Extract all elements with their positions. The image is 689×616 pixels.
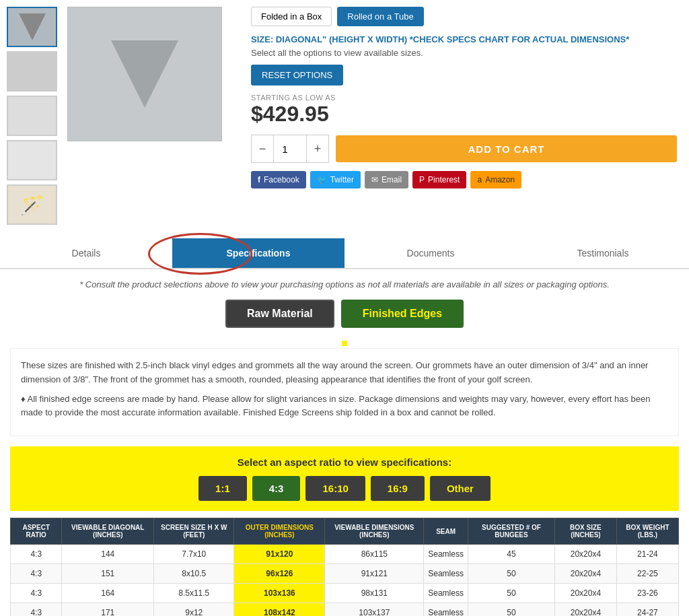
table-cell: 20x20x4 (555, 545, 617, 564)
email-label: Email (382, 175, 402, 184)
thumbnail-5[interactable]: 🪄 (7, 184, 57, 225)
table-cell: Seamless (424, 584, 468, 603)
table-cell: 86x115 (325, 545, 424, 564)
table-row: 4:31518x10.596x12691x121Seamless5020x20x… (11, 564, 679, 584)
add-to-cart-button[interactable]: ADD TO CART (336, 135, 677, 162)
quantity-input[interactable] (273, 135, 307, 162)
product-price: $429.95 (251, 102, 677, 127)
amazon-share-button[interactable]: a Amazon (470, 171, 521, 189)
thumbnail-2[interactable] (7, 51, 57, 92)
table-row: 4:31447.7x1091x12086x115Seamless4520x20x… (11, 545, 679, 564)
col-header-outer-dimensions: OUTER DIMENSIONS (INCHES) (234, 518, 325, 545)
table-cell: 8x10.5 (154, 564, 234, 584)
facebook-share-button[interactable]: f Facebook (251, 171, 306, 189)
table-cell: 103x136 (234, 584, 325, 603)
table-cell: Seamless (424, 545, 468, 564)
specs-table: ASPECT RATIO VIEWABLE DIAGONAL (INCHES) … (10, 518, 679, 616)
table-cell: 9x12 (154, 603, 234, 616)
tab-details[interactable]: Details (0, 238, 172, 268)
col-header-seam: SEAM (424, 518, 468, 545)
quantity-plus-button[interactable]: + (307, 135, 328, 162)
aspect-ratio-title: Select an aspect ratio to view specifica… (20, 456, 669, 468)
ar-button-16-10[interactable]: 16:10 (305, 476, 365, 501)
twitter-share-button[interactable]: 🐦 Twitter (310, 171, 361, 189)
table-cell: 23-26 (616, 584, 678, 603)
svg-marker-0 (19, 13, 46, 40)
table-row: 4:31648.5x11.5103x13698x131Seamless5020x… (11, 584, 679, 603)
aspect-ratio-buttons: 1:1 4:3 16:10 16:9 Other (20, 476, 669, 501)
table-cell: 4:3 (11, 584, 62, 603)
table-cell: 22-25 (616, 564, 678, 584)
col-header-bungees: SUGGESTED # OF BUNGEES (468, 518, 554, 545)
size-title: SIZE: DIAGONAL" (HEIGHT X WIDTH) *CHECK … (251, 34, 677, 44)
thumbnail-4[interactable] (7, 140, 57, 180)
col-header-box-size: BOX SIZE (INCHES) (555, 518, 617, 545)
table-cell: Seamless (424, 564, 468, 584)
notice-text: * Consult the product selections above t… (79, 279, 610, 289)
content-area: * Consult the product selections above t… (0, 269, 689, 616)
thumbnail-3[interactable] (7, 96, 57, 136)
svg-marker-1 (111, 40, 178, 108)
starting-label: STARTING AS LOW AS (251, 94, 677, 102)
table-cell: 151 (62, 564, 154, 584)
thumbnails-column: 🪄 (7, 7, 57, 225)
table-cell: 7.7x10 (154, 545, 234, 564)
product-top-section: 🪄 Folded in a Box Rolled on a Tube SIZE:… (0, 0, 689, 232)
tabs-container-wrapper: Details Specifications Documents Testimo… (0, 238, 689, 269)
table-cell: 91x120 (234, 545, 325, 564)
social-sharing-row: f Facebook 🐦 Twitter ✉ Email P Pinterest… (251, 171, 677, 189)
tab-specifications[interactable]: Specifications (172, 238, 344, 268)
rolled-on-tube-button[interactable]: Rolled on a Tube (337, 7, 423, 26)
pinterest-share-button[interactable]: P Pinterest (412, 171, 466, 189)
facebook-icon: f (258, 175, 260, 184)
aspect-ratio-box: Select an aspect ratio to view specifica… (10, 446, 679, 511)
amazon-label: Amazon (485, 175, 515, 184)
table-cell: 171 (62, 603, 154, 616)
col-header-screen-size: SCREEN SIZE H X W (FEET) (154, 518, 234, 545)
reset-options-button[interactable]: RESET OPTIONS (251, 65, 343, 85)
table-cell: 164 (62, 584, 154, 603)
amazon-icon: a (477, 175, 482, 184)
table-cell: 96x126 (234, 564, 325, 584)
material-buttons-row: Raw Material Finished Edges (10, 300, 679, 328)
table-cell: 20x20x4 (555, 564, 617, 584)
table-row: 4:31719x12108x142103x137Seamless5020x20x… (11, 603, 679, 616)
folded-in-box-button[interactable]: Folded in a Box (251, 7, 332, 26)
table-cell: 4:3 (11, 545, 62, 564)
finished-edges-label: Finished Edges (363, 308, 442, 319)
email-share-button[interactable]: ✉ Email (365, 171, 408, 189)
specs-table-wrapper: ASPECT RATIO VIEWABLE DIAGONAL (INCHES) … (10, 518, 679, 616)
twitter-label: Twitter (330, 175, 354, 184)
table-cell: 103x137 (325, 603, 424, 616)
col-header-aspect-ratio: ASPECT RATIO (11, 518, 62, 545)
table-cell: 21-24 (616, 545, 678, 564)
facebook-label: Facebook (264, 175, 299, 184)
table-cell: Seamless (424, 603, 468, 616)
tab-documents[interactable]: Documents (344, 238, 517, 268)
table-cell: 20x20x4 (555, 584, 617, 603)
description-line1: These sizes are finished with 2.5-inch b… (21, 359, 668, 387)
table-cell: 50 (468, 564, 554, 584)
col-header-viewable-diagonal: VIEWABLE DIAGONAL (INCHES) (62, 518, 154, 545)
ar-button-1-1[interactable]: 1:1 (198, 476, 247, 501)
qty-cart-row: − + ADD TO CART (251, 135, 677, 163)
ar-button-4-3[interactable]: 4:3 (252, 476, 301, 501)
packaging-options: Folded in a Box Rolled on a Tube (251, 7, 677, 26)
table-cell: 4:3 (11, 564, 62, 584)
table-cell: 108x142 (234, 603, 325, 616)
tab-testimonials[interactable]: Testimonials (517, 238, 689, 268)
finished-edges-button[interactable]: Finished Edges (341, 300, 464, 328)
quantity-minus-button[interactable]: − (252, 135, 273, 162)
table-cell: 45 (468, 545, 554, 564)
table-cell: 24-27 (616, 603, 678, 616)
table-cell: 50 (468, 603, 554, 616)
ar-button-other[interactable]: Other (430, 476, 491, 501)
table-cell: 98x131 (325, 584, 424, 603)
tabs-section: Details Specifications Documents Testimo… (0, 238, 689, 269)
raw-material-button[interactable]: Raw Material (225, 300, 334, 328)
thumbnail-1[interactable] (7, 7, 57, 47)
ar-button-16-9[interactable]: 16:9 (371, 476, 425, 501)
col-header-box-weight: BOX WEIGHT (LBS.) (616, 518, 678, 545)
notice-text-wrapper: * Consult the product selections above t… (10, 279, 679, 289)
pinterest-icon: P (419, 175, 425, 184)
